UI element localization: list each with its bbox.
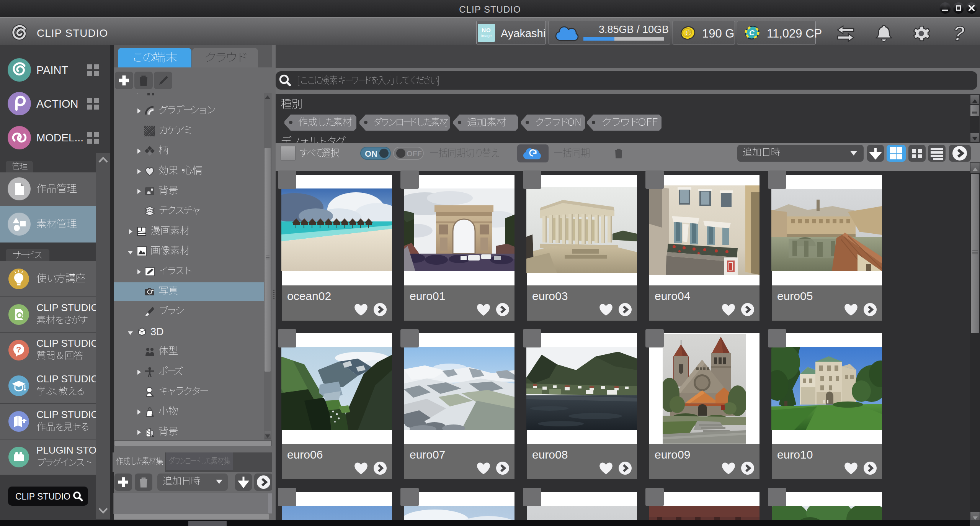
svg-text:?: ? <box>16 345 21 354</box>
svg-text:G: G <box>685 29 691 37</box>
svg-text:C: C <box>749 29 755 37</box>
svg-text:?: ? <box>953 24 965 43</box>
